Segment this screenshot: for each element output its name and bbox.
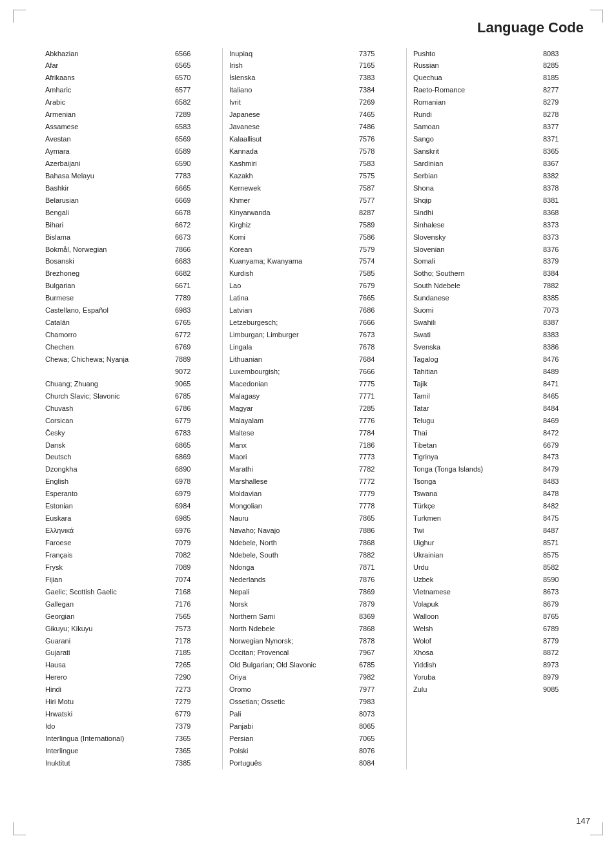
lang-code: 7074 — [174, 574, 217, 586]
lang-code: 6779 — [174, 415, 217, 427]
lang-code: 7773 — [358, 452, 401, 464]
table-row: Mongolian7778 — [228, 501, 401, 513]
table-row: Telugu8469 — [412, 415, 585, 427]
table-row: English6978 — [44, 476, 217, 488]
lang-name: Shona — [412, 182, 542, 194]
lang-name: Bengali — [44, 207, 174, 219]
lang-name: Church Slavic; Slavonic — [44, 390, 174, 402]
lang-code: 6978 — [174, 476, 217, 488]
lang-code: 9085 — [542, 684, 585, 696]
lang-code: 7384 — [358, 85, 401, 97]
lang-name: Bihari — [44, 219, 174, 231]
table-row: Brezhoneg6682 — [44, 268, 217, 280]
table-row: Dansk6865 — [44, 439, 217, 452]
lang-name: Hrwatski — [44, 709, 174, 721]
page-number: 147 — [576, 816, 590, 826]
lang-name: Malagasy — [228, 390, 358, 402]
table-row: Norwegian Nynorsk;7878 — [228, 635, 401, 647]
lang-name: Kurdish — [228, 268, 358, 280]
table-row: Ndonga7871 — [228, 561, 401, 574]
lang-name: Occitan; Provencal — [228, 647, 358, 660]
lang-name: Maltese — [228, 427, 358, 439]
lang-name: Urdu — [412, 561, 542, 574]
lang-name: Marshallese — [228, 476, 358, 488]
lang-code: 8076 — [358, 745, 401, 757]
lang-name: Bashkir — [44, 182, 174, 194]
lang-code: 6985 — [174, 513, 217, 525]
table-row: Irish7165 — [228, 60, 401, 72]
lang-code: 8487 — [542, 525, 585, 537]
table-row: Kurdish7585 — [228, 268, 401, 280]
table-row: Somali8379 — [412, 256, 585, 268]
table-row: Uzbek8590 — [412, 574, 585, 586]
table-row: Ελληνικά6976 — [44, 525, 217, 537]
table-row: Italiano7384 — [228, 85, 401, 97]
lang-code: 7678 — [358, 342, 401, 354]
lang-name: Welsh — [412, 623, 542, 635]
table-row: Íslenska7383 — [228, 72, 401, 85]
lang-code: 8278 — [542, 109, 585, 121]
lang-code: 7771 — [358, 390, 401, 402]
lang-name: Aymara — [44, 146, 174, 158]
lang-name: Lao — [228, 280, 358, 293]
lang-code: 7186 — [358, 439, 401, 452]
lang-name: Pali — [228, 709, 358, 721]
lang-name: Kinyarwanda — [228, 207, 358, 219]
lang-name: Interlingue — [44, 745, 174, 757]
lang-code: 7586 — [358, 231, 401, 244]
lang-code: 8377 — [542, 121, 585, 134]
lang-name: Chuang; Zhuang — [44, 378, 174, 390]
lang-name: Armenian — [44, 109, 174, 121]
lang-code: 7983 — [358, 696, 401, 709]
table-row: Shqip8381 — [412, 194, 585, 207]
table-row: Marshallese7772 — [228, 476, 401, 488]
lang-name: Manx — [228, 439, 358, 452]
lang-name: Northern Sami — [228, 610, 358, 623]
lang-name: Slovensky — [412, 231, 542, 244]
lang-name: Polski — [228, 745, 358, 757]
lang-name: Chechen — [44, 342, 174, 354]
lang-code: 7889 — [174, 353, 217, 366]
lang-name: Sindhi — [412, 207, 542, 219]
table-row: Limburgan; Limburger7673 — [228, 329, 401, 342]
lang-name: Bosanski — [44, 256, 174, 268]
table-row: Zulu9085 — [412, 684, 585, 696]
lang-name: Bulgarian — [44, 280, 174, 293]
table-row: Tagalog8476 — [412, 353, 585, 366]
lang-name: Ndebele, South — [228, 549, 358, 561]
lang-name: Panjabi — [228, 721, 358, 733]
lang-code: 8279 — [542, 97, 585, 109]
lang-code: 6673 — [174, 231, 217, 244]
table-row: Pushto8083 — [412, 48, 585, 60]
lang-code: 6566 — [174, 48, 217, 60]
lang-code: 7289 — [174, 109, 217, 121]
lang-name: Moldavian — [228, 488, 358, 501]
table-row: Rundi8278 — [412, 109, 585, 121]
table-row: Inupiaq7375 — [228, 48, 401, 60]
table-row: Svenska8386 — [412, 342, 585, 354]
table-row: Tigrinya8473 — [412, 452, 585, 464]
table-row: Nepali7869 — [228, 586, 401, 598]
lang-code: 7673 — [358, 329, 401, 342]
table-row: Assamese6583 — [44, 121, 217, 134]
table-row: Occitan; Provencal7967 — [228, 647, 401, 660]
table-row: Malayalam7776 — [228, 415, 401, 427]
lang-name: Guarani — [44, 635, 174, 647]
lang-code: 8489 — [542, 366, 585, 378]
lang-code: 8765 — [542, 610, 585, 623]
lang-code: 7269 — [358, 97, 401, 109]
table-row: Guarani7178 — [44, 635, 217, 647]
table-row: Faroese7079 — [44, 537, 217, 550]
table-row: Bihari6672 — [44, 219, 217, 231]
lang-code: 6785 — [174, 390, 217, 402]
table-row: Chuang; Zhuang9065 — [44, 378, 217, 390]
table-row: Komi7586 — [228, 231, 401, 244]
lang-name: Svenska — [412, 342, 542, 354]
table-row: Kernewek7587 — [228, 182, 401, 194]
table-row: Chewa; Chichewa; Nyanja7889 — [44, 353, 217, 366]
lang-code: 7967 — [358, 647, 401, 660]
lang-code: 7666 — [358, 366, 401, 378]
table-row: Twi8487 — [412, 525, 585, 537]
table-row: Serbian8382 — [412, 170, 585, 182]
lang-code: 6976 — [174, 525, 217, 537]
